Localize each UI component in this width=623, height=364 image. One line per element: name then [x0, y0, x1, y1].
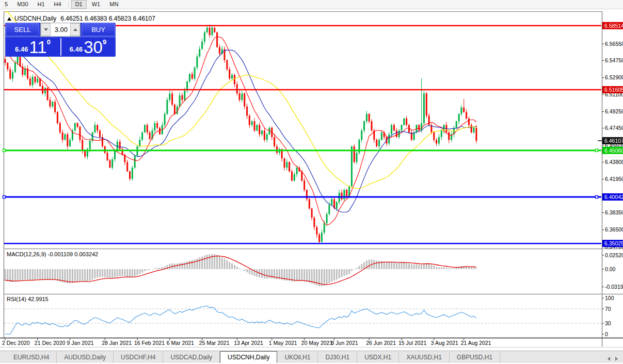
svg-text:6.38350: 6.38350	[605, 209, 623, 216]
tab-eurusd-h4[interactable]: EURUSD,H4	[6, 352, 57, 363]
svg-text:1 May 2021: 1 May 2021	[269, 340, 297, 346]
tab-usdx-h1[interactable]: USDX,H1	[357, 352, 399, 363]
svg-text:6.36500: 6.36500	[605, 226, 623, 233]
svg-text:25 Mar 2021: 25 Mar 2021	[199, 340, 230, 346]
svg-text:6.35025: 6.35025	[604, 240, 623, 246]
sell-price-display[interactable]: 6.46 11 0	[5, 37, 60, 57]
svg-text:8 Jun 2021: 8 Jun 2021	[331, 340, 358, 346]
buy-price-prefix: 6.46	[70, 45, 83, 53]
svg-text:6.49250: 6.49250	[605, 108, 623, 114]
tab-gbpusd-h1[interactable]: GBPUSD,H1	[450, 352, 500, 363]
tabs-scroll-left-icon[interactable]	[608, 357, 610, 361]
svg-text:21 Dec 2020: 21 Dec 2020	[35, 340, 66, 346]
svg-text:28 Jan 2021: 28 Jan 2021	[102, 340, 132, 346]
svg-text:21 Aug 2021: 21 Aug 2021	[461, 340, 491, 346]
buy-price-display[interactable]: 6.46 30 9	[60, 37, 116, 57]
macd-indicator	[5, 254, 476, 287]
ohlc-values: 6.46251 6.46383 6.45823 6.46107	[60, 15, 155, 22]
svg-text:100: 100	[605, 295, 614, 301]
volume-decrease-button[interactable]	[41, 23, 51, 36]
svg-text:6.54750: 6.54750	[605, 57, 623, 63]
svg-text:6.40042: 6.40042	[604, 194, 623, 200]
trade-panel-prices: 6.46 11 0 6.46 30 9	[5, 37, 116, 57]
one-click-trade-panel: SELL 3.00 BUY 6.46 11 0 6.46 30 9	[5, 23, 116, 57]
sell-button[interactable]: SELL	[6, 23, 39, 36]
svg-text:0.00: 0.00	[605, 266, 616, 272]
rsi-name: RSI(14)	[7, 296, 26, 302]
svg-text:30: 30	[605, 320, 611, 326]
buy-button[interactable]: BUY	[82, 23, 115, 36]
svg-text:70: 70	[605, 306, 611, 312]
tab-ukoil-h1[interactable]: UKOil,H1	[277, 352, 318, 363]
svg-text:6.47450: 6.47450	[605, 125, 623, 131]
line-anchor-marker	[3, 149, 6, 152]
chevron-down-icon	[44, 28, 48, 31]
line-anchor-marker	[3, 196, 6, 198]
svg-text:13 Apr 2021: 13 Apr 2021	[234, 340, 263, 346]
svg-text:3 Aug 2021: 3 Aug 2021	[431, 340, 458, 346]
date-axis: 2 Dec 202021 Dec 20209 Jan 202128 Jan 20…	[2, 338, 491, 346]
svg-text:0.025209: 0.025209	[605, 252, 623, 258]
collapse-icon[interactable]	[7, 17, 11, 21]
svg-text:20 May 2021: 20 May 2021	[301, 340, 333, 346]
svg-text:9 Jan 2021: 9 Jan 2021	[67, 340, 94, 346]
symbol-label: USDCNH,Daily	[14, 15, 56, 22]
macd-values: -0.001109 0.003242	[47, 251, 98, 257]
svg-text:6.43800: 6.43800	[605, 159, 623, 165]
chart-tabs-bar: EURUSD,H4 AUDUSD,Daily USDCHF,H4 USDCAD,…	[0, 351, 623, 363]
volume-increase-button[interactable]	[70, 23, 80, 36]
sell-price-point: 0	[47, 38, 51, 46]
macd-label: MACD(12,26,9) -0.001109 0.003242	[7, 251, 98, 257]
svg-text:26 Jun 2021: 26 Jun 2021	[366, 340, 396, 346]
svg-text:6.51605: 6.51605	[604, 87, 623, 93]
svg-text:6.46107: 6.46107	[604, 138, 623, 144]
buy-price-point: 9	[103, 38, 106, 46]
price-divider	[60, 38, 61, 56]
svg-text:16 Feb 2021: 16 Feb 2021	[134, 340, 165, 346]
svg-text:6.41950: 6.41950	[605, 176, 623, 182]
svg-text:6 Mar 2021: 6 Mar 2021	[167, 340, 194, 346]
trade-panel-top-row: SELL 3.00 BUY	[5, 23, 116, 37]
line-anchor-marker	[596, 196, 598, 198]
tab-xauusd-h1[interactable]: XAUUSD,H1	[399, 352, 450, 363]
tab-dj30-h1[interactable]: DJ30,H1	[318, 352, 357, 363]
tab-usdcnh-daily[interactable]: USDCNH,Daily	[220, 351, 277, 363]
macd-name: MACD(12,26,9)	[7, 251, 46, 257]
chevron-up-icon	[73, 28, 77, 31]
svg-text:2 Dec 2020: 2 Dec 2020	[2, 340, 30, 346]
svg-text:6.52900: 6.52900	[605, 74, 623, 80]
trading-platform-window: 5 M30 H1 H4 D1 W1 MN 6.565506.547506.529…	[0, 0, 623, 364]
chart-title: USDCNH,Daily 6.46251 6.46383 6.45823 6.4…	[7, 15, 155, 22]
tab-usdchf-h4[interactable]: USDCHF,H4	[114, 352, 163, 363]
chart-frame	[0, 11, 623, 348]
volume-input[interactable]: 3.00	[51, 23, 70, 36]
volume-spinner: 3.00	[40, 23, 81, 37]
svg-text:6.58514: 6.58514	[604, 23, 623, 29]
svg-text:15 Jul 2021: 15 Jul 2021	[398, 340, 426, 346]
rsi-value: 42.9915	[28, 296, 49, 302]
svg-text:6.56550: 6.56550	[605, 41, 623, 47]
svg-text:0: 0	[605, 331, 608, 337]
svg-text:6.45060: 6.45060	[604, 147, 623, 154]
rsi-label: RSI(14) 42.9915	[7, 296, 49, 302]
price-axis: 6.565506.547506.529006.511006.492506.474…	[602, 22, 623, 250]
tab-audusd-daily[interactable]: AUDUSD,Daily	[57, 352, 114, 363]
rsi-indicator	[4, 306, 601, 334]
tab-scroll-arrows	[608, 357, 623, 363]
buy-price-pips: 30	[84, 40, 103, 55]
sell-price-pips: 11	[29, 40, 46, 55]
tabs-scroll-right-icon[interactable]	[615, 357, 618, 361]
svg-text:-0.031995: -0.031995	[605, 284, 623, 290]
line-anchor-marker	[596, 149, 598, 152]
tab-usdcad-daily[interactable]: USDCAD,Daily	[163, 352, 220, 363]
sell-price-prefix: 6.46	[15, 45, 28, 53]
